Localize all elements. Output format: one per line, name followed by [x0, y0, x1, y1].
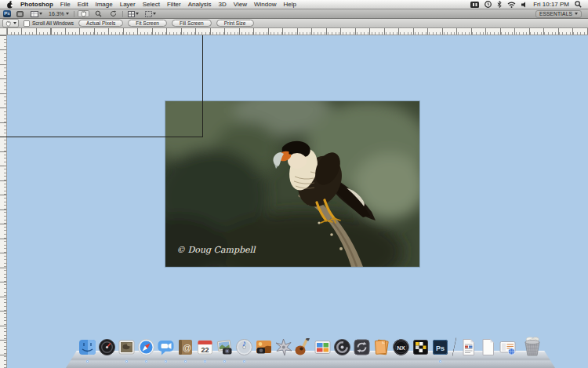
dock-item-photoshop[interactable]: Ps — [431, 338, 449, 356]
rotate-view-button[interactable] — [107, 10, 119, 17]
menu-layer[interactable]: Layer — [120, 0, 136, 9]
dock-item-blank-document[interactable] — [479, 338, 497, 356]
photoshop-app-icon: Ps — [431, 338, 449, 356]
quicktime-icon — [333, 338, 351, 356]
dock-item-ichat[interactable] — [157, 338, 175, 356]
time-machine-icon[interactable] — [485, 1, 492, 8]
chevron-down-icon — [66, 13, 69, 15]
launch-bridge-button[interactable] — [14, 10, 26, 17]
dock-item-trash[interactable] — [521, 335, 544, 356]
bluetooth-icon[interactable] — [497, 1, 502, 8]
print-size-button[interactable]: Print Size — [216, 20, 254, 27]
volume-icon[interactable] — [521, 2, 528, 8]
svg-text:Ps: Ps — [436, 344, 445, 352]
menu-window[interactable]: Window — [254, 0, 276, 9]
menu-image[interactable]: Image — [95, 0, 112, 9]
dock-item-ical[interactable]: 22 — [196, 338, 214, 356]
dock-item-itunes[interactable]: ♪ — [235, 338, 253, 356]
workspace-label: ESSENTIALS — [539, 11, 572, 16]
menu-file[interactable]: File — [60, 0, 71, 9]
svg-text:NX: NX — [397, 344, 405, 352]
capture-nx-icon: NX — [392, 338, 410, 356]
ruler-origin[interactable] — [0, 28, 7, 35]
wifi-icon[interactable] — [507, 2, 516, 8]
menu-clock[interactable]: Fri 10:17 PM — [533, 0, 569, 9]
iphoto-icon — [216, 338, 234, 356]
dock-item-text-document[interactable] — [459, 338, 477, 356]
apple-menu-icon[interactable] — [6, 1, 13, 9]
horizontal-guide-line[interactable] — [0, 137, 203, 137]
dock-item-mosaic-app[interactable] — [412, 338, 430, 356]
caracara-photo: © Doug Campbell — [165, 101, 419, 267]
dock-item-dashboard[interactable] — [98, 338, 116, 356]
view-extras-button[interactable] — [29, 10, 44, 17]
menu-3d[interactable]: 3D — [219, 0, 227, 9]
scroll-all-windows-checkbox[interactable]: Scroll All Windows — [24, 20, 74, 27]
checkbox-label: Scroll All Windows — [32, 20, 74, 26]
safari-icon — [137, 338, 155, 356]
mosaic-app-icon — [412, 338, 430, 356]
desktop: Photoshop File Edit Image Layer Select F… — [0, 0, 588, 368]
fit-screen-button[interactable]: Fit Screen — [128, 20, 167, 27]
displays-menu-icon[interactable] — [470, 2, 479, 8]
dock-item-finder[interactable] — [78, 338, 96, 356]
chevron-down-icon — [39, 13, 42, 15]
address-book-icon: @ — [176, 338, 194, 356]
dock-item-quicktime[interactable] — [333, 338, 351, 356]
spotlight-icon[interactable] — [575, 1, 582, 8]
document-canvas[interactable]: © Doug Campbell — [165, 101, 419, 267]
view-extras-icon — [31, 11, 38, 17]
dock-item-iphoto[interactable] — [216, 338, 234, 356]
svg-text:♪: ♪ — [242, 338, 247, 348]
menu-edit[interactable]: Edit — [78, 0, 89, 9]
toolbar-separator — [122, 11, 123, 17]
toolbar-separator — [74, 11, 74, 17]
workspace-switcher[interactable]: ESSENTIALS — [535, 10, 582, 18]
menu-help[interactable]: Help — [283, 0, 296, 9]
checkbox-box[interactable] — [24, 20, 30, 27]
star-app-icon — [274, 338, 292, 356]
dock-item-photo-camera-app[interactable] — [255, 338, 273, 356]
zoom-tool-button[interactable] — [93, 10, 104, 17]
arrange-documents-button[interactable] — [126, 10, 140, 17]
dock-item-star-app[interactable] — [274, 338, 292, 356]
actual-pixels-button[interactable]: Actual Pixels — [78, 20, 123, 27]
menu-photoshop[interactable]: Photoshop — [20, 0, 53, 9]
dock-item-orange-documents-app[interactable] — [372, 338, 390, 356]
photoshop-logo: Ps — [3, 10, 11, 17]
menu-filter[interactable]: Filter — [167, 0, 181, 9]
dock: @ 22 — [78, 336, 544, 356]
fill-screen-button[interactable]: Fill Screen — [172, 20, 212, 27]
dock-item-sync-app[interactable] — [353, 338, 371, 356]
menu-analysis[interactable]: Analysis — [188, 0, 212, 9]
dock-item-web-document[interactable] — [499, 338, 517, 356]
hand-tool-button[interactable] — [78, 10, 89, 17]
bridge-icon — [16, 11, 24, 17]
menu-view[interactable]: View — [234, 0, 247, 9]
tool-preset-picker[interactable] — [2, 19, 19, 27]
sync-app-icon — [353, 338, 371, 356]
dock-item-safari[interactable] — [137, 338, 155, 356]
ical-icon: 22 — [196, 338, 214, 356]
dock-item-preview[interactable] — [118, 338, 136, 356]
tool-options-bar: Scroll All Windows Actual Pixels Fit Scr… — [0, 19, 588, 28]
horizontal-ruler[interactable] — [7, 28, 588, 35]
dock-item-spaces[interactable] — [314, 338, 332, 356]
hand-icon — [80, 10, 87, 17]
screen-mode-button[interactable] — [143, 10, 158, 17]
menu-select[interactable]: Select — [143, 0, 160, 9]
svg-text:@: @ — [183, 343, 191, 352]
dock-item-capture-nx[interactable]: NX — [392, 338, 410, 356]
photoshop-logo-label: Ps — [4, 11, 9, 16]
dock-item-garageband[interactable] — [294, 338, 312, 356]
vertical-ruler[interactable] — [0, 35, 7, 368]
chevron-down-icon — [136, 13, 139, 15]
magnifier-icon — [95, 10, 102, 17]
chevron-down-icon — [13, 22, 16, 24]
zoom-level-control[interactable]: 16.3% — [47, 10, 71, 17]
dock-item-address-book[interactable]: @ — [176, 338, 194, 356]
application-bar: Ps 16.3% — [0, 9, 588, 19]
spaces-icon — [314, 338, 332, 356]
svg-text:22: 22 — [201, 346, 209, 354]
vertical-guide-line[interactable] — [202, 35, 203, 137]
